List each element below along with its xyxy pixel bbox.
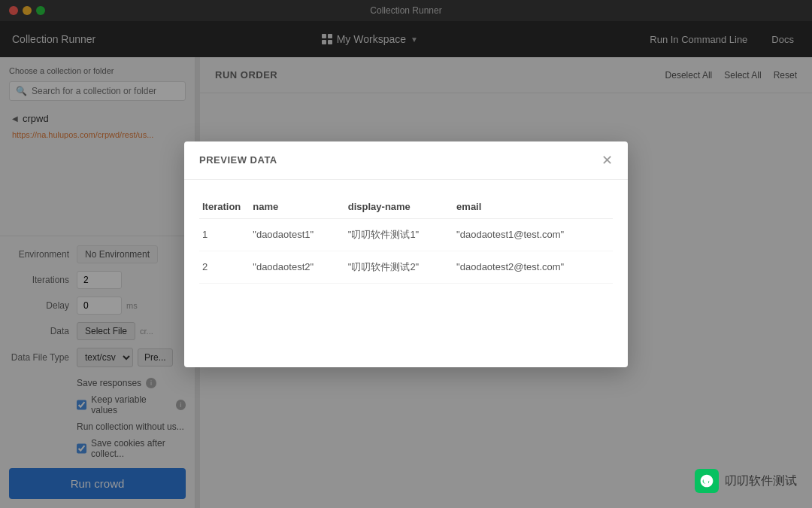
table-header-row: Iteration name display-name email bbox=[199, 195, 613, 219]
watermark-text: 叨叨软件测试 bbox=[725, 473, 797, 489]
cell-name: "daodaotest2" bbox=[253, 251, 347, 283]
modal-title: PREVIEW DATA bbox=[199, 154, 277, 166]
modal-header: PREVIEW DATA ✕ bbox=[184, 141, 628, 180]
modal-body: Iteration name display-name email 1 "dao… bbox=[184, 180, 628, 299]
col-display-name: display-name bbox=[348, 195, 456, 219]
preview-data-modal: PREVIEW DATA ✕ Iteration name display-na… bbox=[184, 141, 628, 367]
modal-close-button[interactable]: ✕ bbox=[601, 154, 613, 167]
table-row: 1 "daodaotest1" "叨叨软件测试1" "daodaotest1@t… bbox=[199, 218, 613, 251]
cell-display-name: "叨叨软件测试1" bbox=[348, 218, 456, 251]
modal-overlay[interactable]: PREVIEW DATA ✕ Iteration name display-na… bbox=[0, 0, 812, 508]
col-iteration: Iteration bbox=[199, 195, 253, 219]
table-row: 2 "daodaotest2" "叨叨软件测试2" "daodaotest2@t… bbox=[199, 251, 613, 283]
cell-email: "daodaotest1@test.com" bbox=[456, 218, 613, 251]
cell-iteration: 2 bbox=[199, 251, 253, 283]
cell-email: "daodaotest2@test.com" bbox=[456, 251, 613, 283]
col-email: email bbox=[456, 195, 613, 219]
watermark: 叨叨软件测试 bbox=[695, 469, 797, 493]
wechat-icon bbox=[695, 469, 719, 493]
col-name: name bbox=[253, 195, 347, 219]
preview-table: Iteration name display-name email 1 "dao… bbox=[199, 195, 613, 284]
cell-iteration: 1 bbox=[199, 218, 253, 251]
cell-display-name: "叨叨软件测试2" bbox=[348, 251, 456, 283]
cell-name: "daodaotest1" bbox=[253, 218, 347, 251]
